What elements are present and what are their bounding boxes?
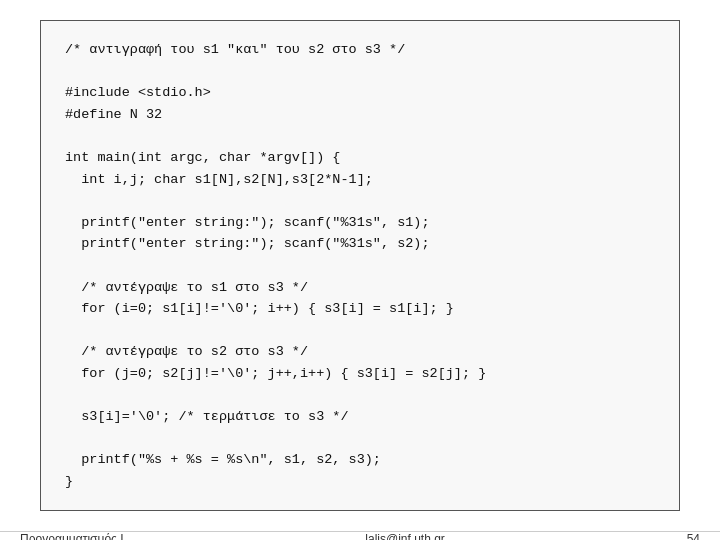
code-line-8 [65, 190, 655, 212]
code-line-14 [65, 320, 655, 342]
code-line-18: s3[i]='\0'; /* τερμάτισε το s3 */ [65, 406, 655, 428]
code-line-6: int main(int argc, char *argv[]) { [65, 147, 655, 169]
code-line-3: #include <stdio.h> [65, 82, 655, 104]
footer: Προγραμματισμός Ι lalis@inf.uth.gr 54 [0, 531, 720, 540]
code-line-1: /* αντιγραφή του s1 "και" του s2 στο s3 … [65, 39, 655, 61]
code-line-7: int i,j; char s1[N],s2[N],s3[2*N-1]; [65, 169, 655, 191]
code-line-13: for (i=0; s1[i]!='\0'; i++) { s3[i] = s1… [65, 298, 655, 320]
code-box: /* αντιγραφή του s1 "και" του s2 στο s3 … [40, 20, 680, 511]
code-line-20: printf("%s + %s = %s\n", s1, s2, s3); [65, 449, 655, 471]
code-line-17 [65, 385, 655, 407]
footer-page: 54 [687, 532, 700, 540]
code-line-15: /* αντέγραψε το s2 στο s3 */ [65, 341, 655, 363]
code-line-5 [65, 125, 655, 147]
code-line-2 [65, 61, 655, 83]
footer-email: lalis@inf.uth.gr [365, 532, 445, 540]
content-area: /* αντιγραφή του s1 "και" του s2 στο s3 … [0, 0, 720, 531]
code-line-4: #define N 32 [65, 104, 655, 126]
code-line-19 [65, 428, 655, 450]
code-line-9: printf("enter string:"); scanf("%31s", s… [65, 212, 655, 234]
slide: /* αντιγραφή του s1 "και" του s2 στο s3 … [0, 0, 720, 540]
code-line-16: for (j=0; s2[j]!='\0'; j++,i++) { s3[i] … [65, 363, 655, 385]
code-line-10: printf("enter string:"); scanf("%31s", s… [65, 233, 655, 255]
code-line-21: } [65, 471, 655, 493]
code-line-12: /* αντέγραψε το s1 στο s3 */ [65, 277, 655, 299]
code-line-11 [65, 255, 655, 277]
footer-course: Προγραμματισμός Ι [20, 532, 124, 540]
